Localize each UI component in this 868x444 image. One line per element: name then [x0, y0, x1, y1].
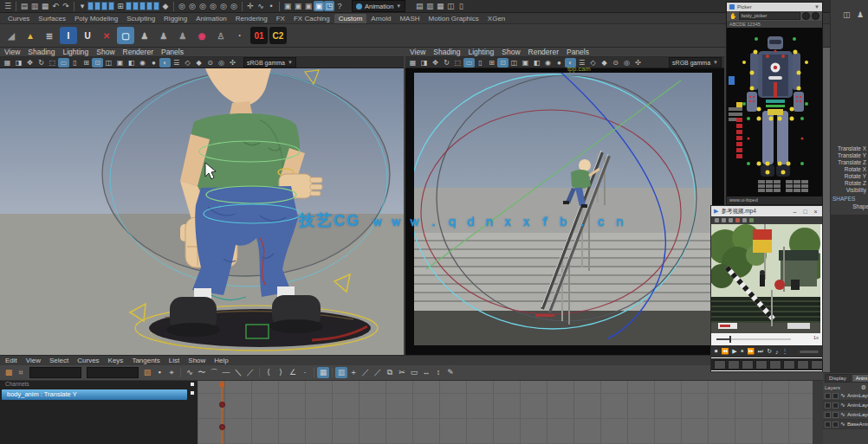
- shelf-tab[interactable]: Surfaces: [34, 14, 70, 23]
- character-icon[interactable]: ♟: [857, 10, 864, 19]
- render-view-icon[interactable]: ▣: [314, 1, 324, 11]
- type-cell[interactable]: [153, 2, 159, 10]
- paste-key-icon[interactable]: ↔: [420, 367, 432, 378]
- panel-menu-item[interactable]: View: [410, 48, 425, 56]
- snap-point-icon[interactable]: ◎: [198, 1, 208, 11]
- panel-menu-item[interactable]: Renderer: [528, 48, 559, 56]
- anim-layer-row[interactable]: ∿ BaseAnimation: [823, 420, 868, 429]
- shelf-btn-char3[interactable]: ♟: [174, 27, 191, 44]
- pan-zoom-icon[interactable]: ▯: [69, 58, 81, 68]
- cam-attrs-icon[interactable]: ✥: [430, 58, 441, 68]
- video-tool-icon[interactable]: [722, 218, 726, 222]
- construction-icon[interactable]: ✛: [245, 1, 256, 11]
- selection-mask-icon[interactable]: ▾: [77, 1, 87, 11]
- snap-icon[interactable]: ⌗: [15, 367, 27, 378]
- res-gate-icon[interactable]: ◫: [103, 58, 114, 68]
- picker-canvas[interactable]: [727, 28, 820, 195]
- image-plane-icon[interactable]: ⬚: [47, 58, 58, 68]
- video-control-button[interactable]: ▶: [732, 348, 736, 355]
- outliner-scrollbar[interactable]: [191, 383, 194, 386]
- graph-editor-menu-item[interactable]: Edit: [5, 357, 17, 364]
- panel-menu-item[interactable]: Renderer: [123, 48, 153, 56]
- bookmark-icon[interactable]: ↻: [441, 58, 452, 68]
- channel-attr-row[interactable]: Rotate Y: [831, 173, 868, 180]
- ao-icon[interactable]: ◆: [193, 58, 204, 68]
- lights-icon[interactable]: ☰: [171, 58, 182, 68]
- color-management-dropdown[interactable]: sRGB gamma ▼: [243, 57, 296, 68]
- shelf-btn-dot[interactable]: ·: [231, 27, 249, 44]
- xray-icon[interactable]: ◎: [216, 58, 227, 68]
- type-cell[interactable]: [133, 2, 139, 10]
- channel-attr-row[interactable]: Translate Y: [831, 152, 868, 159]
- menu-toggle-icon[interactable]: ☰: [3, 1, 13, 11]
- ao-icon[interactable]: ◆: [599, 58, 610, 68]
- shelf-tab[interactable]: Sculpting: [122, 14, 159, 23]
- video-titlebar[interactable]: ▶ 参考视频.mp4 – □ ×: [711, 206, 822, 216]
- timeline-playhead[interactable]: [221, 381, 223, 444]
- minimize-icon[interactable]: –: [791, 209, 799, 215]
- selected-curve-row[interactable]: body_anim : Translate Y: [2, 389, 187, 400]
- key-marker[interactable]: [219, 424, 225, 430]
- lock-cam-icon[interactable]: ◨: [13, 58, 24, 68]
- move-key-icon[interactable]: ▧: [141, 367, 153, 378]
- volume-slider[interactable]: [800, 351, 819, 353]
- anim-layer-row[interactable]: ∿ AnimLayer3: [823, 391, 868, 401]
- snap-projected-icon[interactable]: ◎: [208, 1, 218, 11]
- shelf-tab[interactable]: Curves: [3, 14, 34, 23]
- type-cell[interactable]: [126, 2, 132, 10]
- snap-grid-icon[interactable]: ◎: [177, 1, 187, 11]
- shelf-btn-c2[interactable]: C2: [269, 27, 287, 44]
- video-thumbnail[interactable]: [769, 360, 781, 370]
- stats-field-time[interactable]: [29, 367, 81, 378]
- panel-menu-item[interactable]: Panels: [161, 48, 184, 56]
- solo-checkbox[interactable]: [832, 412, 839, 418]
- graph-editor-menu-item[interactable]: Select: [49, 357, 68, 364]
- picker-next-button[interactable]: [812, 12, 819, 20]
- shelf-btn-cone[interactable]: ▲: [22, 27, 39, 44]
- channel-box-icon[interactable]: ◫: [843, 10, 851, 19]
- sidebar-channel-icon[interactable]: ▦: [435, 1, 445, 11]
- highlight-icon[interactable]: ◆: [160, 1, 171, 11]
- cam-attrs-icon[interactable]: ✥: [24, 58, 36, 68]
- shelf-tab[interactable]: Custom: [334, 14, 367, 23]
- wireframe-icon[interactable]: ◉: [137, 58, 148, 68]
- view-2d-icon[interactable]: ▭: [463, 58, 475, 68]
- panel-menu-item[interactable]: Shading: [28, 48, 55, 56]
- panel-menu-item[interactable]: Lighting: [62, 48, 88, 56]
- snap-live-icon[interactable]: ◎: [229, 1, 239, 11]
- video-tool-icon[interactable]: [729, 218, 733, 222]
- maximize-icon[interactable]: □: [801, 209, 809, 215]
- solo-checkbox[interactable]: [832, 402, 839, 409]
- mask-cell[interactable]: [108, 2, 114, 10]
- step-tangent-icon[interactable]: ＼: [232, 367, 244, 378]
- copy-key-icon[interactable]: ▭: [408, 367, 420, 378]
- shelf-btn-char1[interactable]: ♟: [136, 27, 153, 44]
- shelf-tab[interactable]: FX: [272, 14, 289, 23]
- open-scene-icon[interactable]: ▥: [29, 1, 40, 11]
- video-control-button[interactable]: ⏸: [741, 348, 744, 355]
- shelf-btn-1[interactable]: ◢: [3, 27, 20, 44]
- shelf-btn-x[interactable]: ✕: [98, 27, 115, 44]
- graph-editor-menu-item[interactable]: Help: [214, 357, 228, 364]
- video-thumbnail[interactable]: [797, 360, 809, 370]
- video-thumbnail[interactable]: [742, 360, 754, 370]
- panel-menu-item[interactable]: View: [4, 48, 20, 56]
- panel-menu-item[interactable]: Show: [502, 48, 520, 56]
- playhead-handle[interactable]: [219, 383, 224, 387]
- sidebar-attr-icon[interactable]: ▤: [414, 1, 424, 11]
- bookmark-icon[interactable]: ↻: [36, 58, 47, 68]
- shelf-btn-char4[interactable]: ♙: [212, 27, 230, 44]
- isolate-icon[interactable]: ✣: [632, 58, 644, 68]
- picker-titlebar[interactable]: Picker ▼: [727, 3, 822, 11]
- xray-icon[interactable]: ◎: [621, 58, 632, 68]
- video-control-button[interactable]: ⏭: [758, 348, 763, 355]
- shelf-tab[interactable]: Motion Graphics: [424, 14, 483, 23]
- image-plane-icon[interactable]: ⬚: [452, 58, 463, 68]
- type-cell[interactable]: [146, 2, 152, 10]
- frame-all-icon[interactable]: ▦: [317, 367, 329, 378]
- aa-icon[interactable]: ⊙: [204, 58, 216, 68]
- shelf-btn-char2[interactable]: ♟: [155, 27, 172, 44]
- isolate-icon[interactable]: ✣: [227, 58, 238, 68]
- panel-menu-item[interactable]: Panels: [567, 48, 589, 56]
- seek-track[interactable]: [716, 338, 791, 340]
